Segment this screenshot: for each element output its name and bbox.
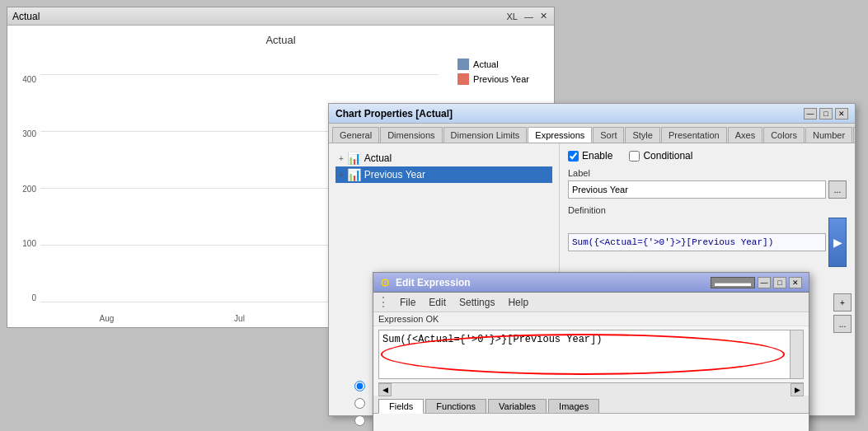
chart-titlebar-icons: XL — ✕ bbox=[505, 11, 549, 21]
legend-label-actual: Actual bbox=[473, 59, 499, 69]
expression-status: Expression OK bbox=[373, 312, 809, 326]
tab-sort[interactable]: Sort bbox=[593, 127, 624, 143]
menu-settings[interactable]: Settings bbox=[453, 295, 501, 310]
definition-field-row: ▶ bbox=[568, 218, 847, 267]
x-label-jul: Jul bbox=[173, 314, 306, 323]
tab-dimension-limits[interactable]: Dimension Limits bbox=[443, 127, 528, 143]
y-axis: 0 100 200 300 400 bbox=[7, 75, 40, 302]
y-label-0: 0 bbox=[31, 293, 36, 302]
tree-expand-actual: + bbox=[339, 154, 344, 163]
tree-item-actual[interactable]: + 📊 Actual bbox=[335, 150, 552, 166]
tree-expand-prevyear: + bbox=[339, 171, 344, 180]
chart-icon-prevyear: 📊 bbox=[347, 168, 361, 181]
props-window-title: Chart Properties [Actual] bbox=[335, 108, 453, 119]
tree-label-actual: Actual bbox=[364, 152, 392, 164]
conditional-checkbox-label[interactable]: Conditional bbox=[629, 150, 692, 162]
chart-heading: Actual bbox=[16, 34, 546, 46]
chart-titlebar: Actual XL — ✕ bbox=[7, 7, 554, 26]
label-ellipsis-btn[interactable]: ... bbox=[828, 180, 847, 199]
edit-blurred-label: ▬▬▬▬ bbox=[711, 277, 755, 288]
edit-minimize-btn[interactable]: — bbox=[758, 277, 771, 288]
y-label-200: 200 bbox=[22, 185, 36, 194]
props-close-btn[interactable]: ✕ bbox=[835, 108, 848, 119]
conditional-checkbox[interactable] bbox=[629, 151, 640, 162]
legend-actual: Actual bbox=[457, 59, 529, 70]
edit-titlebar: ⚙ Edit Expression ▬▬▬▬ — □ ✕ bbox=[373, 273, 809, 293]
edit-window-title: Edit Expression bbox=[396, 277, 471, 288]
edit-tab-images[interactable]: Images bbox=[548, 399, 599, 413]
chart-window-title: Actual bbox=[12, 11, 40, 22]
props-titlebar-icons: — □ ✕ bbox=[804, 108, 848, 119]
tab-font[interactable]: Font bbox=[853, 127, 855, 143]
definition-input[interactable] bbox=[568, 233, 826, 251]
props-titlebar: Chart Properties [Actual] — □ ✕ bbox=[329, 104, 855, 124]
legend-label-prevyear: Previous Year bbox=[473, 74, 529, 84]
label-field-row: ... bbox=[568, 180, 847, 199]
expression-text: Sum({<Actual={'>0'}>}[Previous Year]) bbox=[382, 334, 800, 345]
tab-expressions[interactable]: Expressions bbox=[528, 127, 592, 143]
props-minimize-btn[interactable]: — bbox=[804, 108, 817, 119]
edit-title-left: ⚙ Edit Expression bbox=[380, 276, 471, 289]
definition-expand-btn[interactable]: ▶ bbox=[828, 218, 847, 267]
expression-edit-area[interactable]: Sum({<Actual={'>0'}>}[Previous Year]) bbox=[378, 330, 804, 379]
expr-scrollbar[interactable] bbox=[790, 330, 803, 378]
side-btn-2[interactable]: ... bbox=[833, 315, 852, 333]
edit-title-icon: ⚙ bbox=[380, 276, 391, 289]
tab-general[interactable]: General bbox=[332, 127, 379, 143]
hscroll-left-btn[interactable]: ◀ bbox=[378, 383, 392, 396]
definition-field-group: Definition ▶ bbox=[568, 205, 847, 267]
radio-buttons-area bbox=[354, 381, 365, 426]
definition-field-label: Definition bbox=[568, 205, 847, 215]
radio-3[interactable] bbox=[354, 415, 365, 426]
menu-edit[interactable]: Edit bbox=[422, 295, 453, 310]
tab-style[interactable]: Style bbox=[625, 127, 659, 143]
label-field-label: Label bbox=[568, 168, 847, 178]
edit-tab-fields[interactable]: Fields bbox=[378, 399, 424, 414]
edit-expression-window: ⚙ Edit Expression ▬▬▬▬ — □ ✕ ⋮ File Edit… bbox=[373, 272, 809, 431]
chart-icon-actual: 📊 bbox=[347, 152, 361, 165]
tab-dimensions[interactable]: Dimensions bbox=[380, 127, 442, 143]
menu-help[interactable]: Help bbox=[501, 295, 535, 310]
xl-icon[interactable]: XL bbox=[505, 12, 519, 21]
menu-file[interactable]: File bbox=[393, 295, 422, 310]
edit-tab-functions[interactable]: Functions bbox=[425, 399, 486, 413]
tab-number[interactable]: Number bbox=[805, 127, 852, 143]
enable-checkbox[interactable] bbox=[568, 151, 579, 162]
tree-item-prevyear[interactable]: + 📊 Previous Year bbox=[335, 166, 552, 183]
y-label-100: 100 bbox=[22, 239, 36, 248]
chart-legend: Actual Previous Year bbox=[457, 59, 529, 85]
edit-maximize-btn[interactable]: □ bbox=[773, 277, 786, 288]
edit-menu-bar: ⋮ File Edit Settings Help bbox=[373, 293, 809, 312]
props-maximize-btn[interactable]: □ bbox=[819, 108, 833, 119]
radio-1[interactable] bbox=[354, 381, 365, 391]
edit-tab-variables[interactable]: Variables bbox=[488, 399, 547, 413]
enable-label: Enable bbox=[582, 150, 612, 162]
legend-swatch-prevyear bbox=[457, 73, 469, 85]
expr-hscrollbar: ◀ ▶ bbox=[378, 382, 804, 396]
tab-presentation[interactable]: Presentation bbox=[661, 127, 727, 143]
side-buttons: + ... bbox=[833, 293, 852, 333]
close-icon[interactable]: ✕ bbox=[538, 11, 549, 21]
label-input[interactable] bbox=[568, 180, 826, 199]
enable-checkbox-label[interactable]: Enable bbox=[568, 150, 612, 162]
hscroll-right-btn[interactable]: ▶ bbox=[791, 383, 804, 396]
radio-item-1[interactable] bbox=[354, 381, 365, 391]
tab-axes[interactable]: Axes bbox=[728, 127, 762, 143]
tab-colors[interactable]: Colors bbox=[763, 127, 805, 143]
radio-2[interactable] bbox=[354, 398, 365, 409]
minimize-icon[interactable]: — bbox=[523, 12, 535, 21]
y-label-300: 300 bbox=[22, 129, 36, 138]
y-label-400: 400 bbox=[22, 75, 36, 84]
x-label-aug: Aug bbox=[40, 314, 173, 323]
legend-swatch-actual bbox=[457, 59, 469, 70]
edit-tabs: Fields Functions Variables Images bbox=[373, 396, 809, 414]
label-field-group: Label ... bbox=[568, 168, 847, 199]
edit-close-btn[interactable]: ✕ bbox=[789, 277, 802, 288]
menu-divider: ⋮ bbox=[377, 294, 390, 310]
side-btn-1[interactable]: + bbox=[833, 293, 852, 312]
radio-item-2[interactable] bbox=[354, 398, 365, 409]
legend-prevyear: Previous Year bbox=[457, 73, 529, 85]
conditional-label: Conditional bbox=[643, 150, 692, 162]
radio-item-3[interactable] bbox=[354, 415, 365, 426]
hscroll-track[interactable] bbox=[392, 383, 791, 396]
